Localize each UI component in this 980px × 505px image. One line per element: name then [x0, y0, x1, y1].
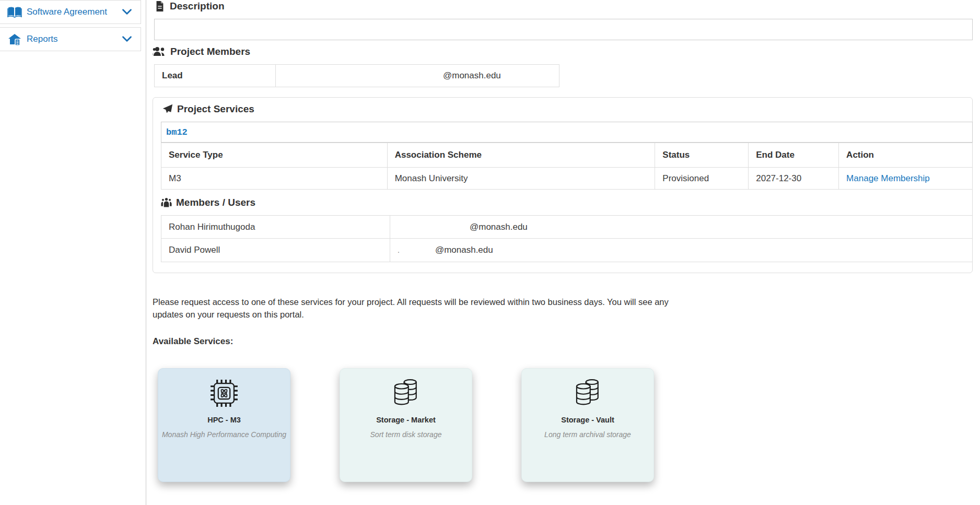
lead-label: Lead [155, 65, 276, 87]
sidebar-item-label: Software Agreement [27, 7, 107, 17]
chevron-down-icon [122, 35, 132, 43]
service-card-hpc-m3[interactable]: HPC - M3 Monash High Performance Computi… [158, 368, 290, 482]
database-stack-icon [340, 375, 472, 413]
service-card-subtitle: Sort term disk storage [340, 430, 472, 439]
service-card-title: Storage - Vault [522, 416, 654, 424]
section-title: Project Members [170, 46, 250, 57]
members-users-table: Rohan Hirimuthugoda @monash.edu David Po… [161, 215, 973, 262]
project-members-heading: Project Members [153, 46, 250, 57]
project-code-link[interactable]: bm12 [166, 127, 188, 137]
cell-association-scheme: Monash University [387, 168, 655, 190]
service-card-subtitle: Long term archival storage [522, 430, 654, 439]
section-title: Description [170, 1, 225, 12]
portal-page: Software Agreement Reports [0, 0, 980, 505]
database-stack-icon [522, 375, 654, 413]
section-title: Members / Users [176, 197, 255, 208]
cell-service-type: M3 [161, 168, 388, 190]
project-members-table: Lead @monash.edu [154, 64, 559, 87]
table-row: M3 Monash University Provisioned 2027-12… [161, 168, 973, 190]
member-row: David Powell . @monash.edu [161, 239, 972, 262]
cpu-atom-icon [158, 375, 290, 413]
service-card-storage-vault[interactable]: Storage - Vault Long term archival stora… [521, 368, 654, 482]
chevron-down-icon [122, 8, 132, 16]
project-services-heading: Project Services [162, 103, 254, 115]
sidebar-item-software-agreement[interactable]: Software Agreement [0, 0, 141, 24]
col-header-action: Action [839, 143, 973, 168]
lead-email: @monash.edu [276, 65, 559, 87]
available-services-label: Available Services: [153, 336, 233, 347]
description-box [154, 19, 973, 40]
cell-status: Provisioned [655, 168, 749, 190]
member-email-cell: . @monash.edu [390, 239, 972, 262]
cell-end-date: 2027-12-30 [749, 168, 839, 190]
service-card-title: Storage - Market [340, 416, 472, 424]
request-info-text: Please request access to one of these se… [153, 296, 698, 321]
email-prefix: . [398, 246, 400, 254]
col-header-service-type: Service Type [161, 143, 388, 168]
file-lines-icon [154, 1, 166, 12]
col-header-association-scheme: Association Scheme [387, 143, 655, 168]
col-header-status: Status [655, 143, 749, 168]
project-services-card: Project Services bm12 Service Type Assoc… [153, 97, 973, 273]
sidebar-item-reports[interactable]: Reports [0, 27, 141, 51]
member-email: @monash.edu [470, 222, 528, 232]
member-name: Rohan Hirimuthugoda [161, 216, 390, 238]
member-name: David Powell [161, 239, 390, 262]
service-card-title: HPC - M3 [158, 416, 290, 424]
members-users-heading: Members / Users [161, 197, 255, 208]
project-code-box: bm12 [161, 122, 973, 143]
house-report-icon [7, 32, 22, 46]
member-email: @monash.edu [435, 245, 493, 255]
col-header-end-date: End Date [749, 143, 839, 168]
main-content: Description Project Members Lead @monash… [146, 0, 980, 505]
sidebar-item-label: Reports [27, 34, 58, 44]
services-table: Service Type Association Scheme Status E… [161, 143, 973, 190]
manage-membership-link[interactable]: Manage Membership [846, 173, 930, 183]
member-row: Rohan Hirimuthugoda @monash.edu [161, 216, 972, 239]
section-title: Project Services [177, 103, 254, 115]
book-open-icon [7, 5, 22, 19]
service-card-subtitle: Monash High Performance Computing [158, 430, 290, 439]
people-group-icon [161, 197, 172, 208]
service-card-storage-market[interactable]: Storage - Market Sort term disk storage [340, 368, 472, 482]
member-email-cell: @monash.edu [390, 216, 972, 238]
paper-plane-icon [162, 104, 173, 114]
users-icon [153, 46, 166, 57]
description-heading: Description [154, 1, 225, 12]
